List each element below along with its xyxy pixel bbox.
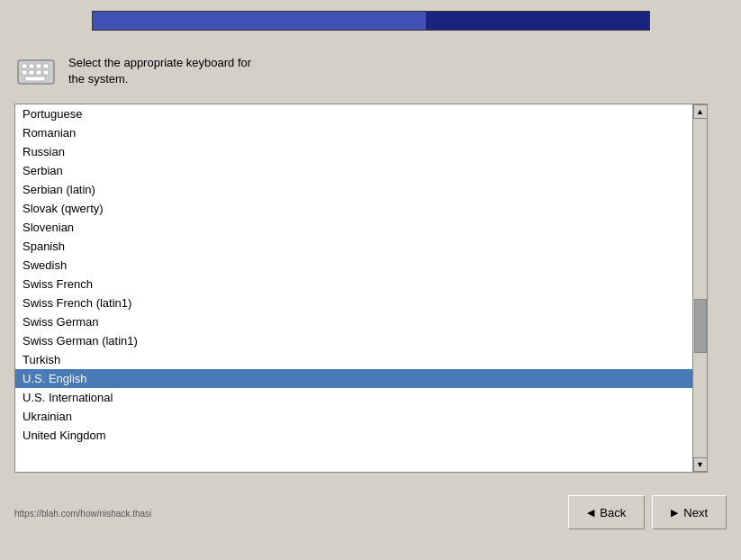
list-item[interactable]: Spanish: [15, 237, 692, 256]
svg-rect-9: [25, 77, 45, 81]
scroll-up-button[interactable]: ▲: [693, 104, 708, 119]
instruction-text: Select the appropriate keyboard for the …: [68, 55, 251, 87]
list-item[interactable]: Swiss German (latin1): [15, 331, 692, 350]
svg-rect-4: [43, 64, 49, 68]
svg-rect-7: [36, 70, 41, 75]
svg-rect-3: [36, 64, 41, 68]
bottom-bar: https://blah.com/how/nishack.thasi ◀ Bac…: [0, 485, 741, 539]
list-item[interactable]: Slovak (qwerty): [15, 199, 692, 218]
list-item[interactable]: Romanian: [15, 123, 692, 142]
svg-rect-2: [29, 64, 34, 68]
list-item[interactable]: U.S. International: [15, 388, 692, 407]
list-item[interactable]: Ukrainian: [15, 407, 692, 426]
list-item[interactable]: Russian: [15, 142, 692, 161]
list-item[interactable]: U.S. English: [15, 369, 692, 388]
keyboard-icon: [14, 50, 58, 93]
status-url: https://blah.com/how/nishack.thasi: [14, 509, 151, 519]
progress-bar-fill: [93, 12, 427, 30]
svg-rect-6: [29, 70, 34, 75]
list-item[interactable]: Slovenian: [15, 218, 692, 237]
list-item[interactable]: Swiss French: [15, 275, 692, 294]
keyboard-list-container[interactable]: PortugueseRomanianRussianSerbianSerbian …: [14, 104, 708, 473]
svg-rect-1: [22, 64, 27, 68]
next-icon: ▶: [671, 507, 678, 519]
top-bar: [0, 0, 741, 41]
content-area: Select the appropriate keyboard for the …: [0, 41, 741, 482]
list-item[interactable]: Serbian (latin): [15, 180, 692, 199]
scroll-down-button[interactable]: ▼: [693, 457, 708, 472]
instruction-row: Select the appropriate keyboard for the …: [14, 50, 727, 93]
scrollbar[interactable]: ▲ ▼: [692, 104, 707, 472]
progress-bar-container: [92, 11, 650, 31]
list-item[interactable]: United Kingdom: [15, 426, 692, 445]
list-item[interactable]: Portuguese: [15, 104, 692, 123]
list-item[interactable]: Swiss French (latin1): [15, 294, 692, 312]
back-button[interactable]: ◀ Back: [568, 495, 645, 529]
list-item[interactable]: Swiss German: [15, 312, 692, 331]
svg-rect-5: [22, 70, 27, 75]
list-item[interactable]: Swedish: [15, 256, 692, 275]
next-button[interactable]: ▶ Next: [652, 495, 727, 529]
list-item[interactable]: Turkish: [15, 350, 692, 369]
list-item[interactable]: Serbian: [15, 161, 692, 180]
scroll-thumb[interactable]: [694, 299, 707, 353]
svg-rect-8: [43, 70, 49, 75]
back-icon: ◀: [587, 507, 594, 519]
scroll-track[interactable]: [693, 119, 707, 457]
list-scroll-area[interactable]: PortugueseRomanianRussianSerbianSerbian …: [15, 104, 692, 472]
